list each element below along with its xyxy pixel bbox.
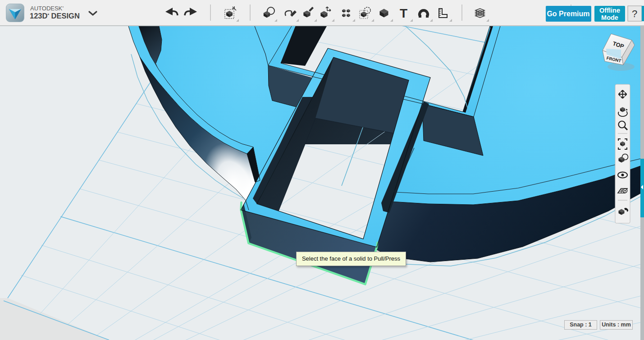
svg-text:Go Premium: Go Premium: [547, 10, 589, 18]
svg-text:AUTODESK*: AUTODESK*: [30, 5, 64, 12]
svg-text:?: ?: [632, 8, 637, 19]
svg-text:Mode: Mode: [601, 14, 618, 21]
svg-text:123D* DESIGN: 123D* DESIGN: [30, 12, 80, 20]
svg-text:Offline: Offline: [599, 7, 620, 14]
svg-text:T: T: [400, 6, 407, 20]
